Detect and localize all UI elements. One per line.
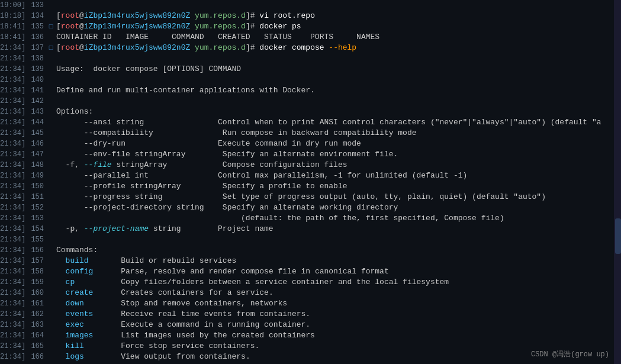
line-number: 139: [27, 64, 47, 75]
line-timestamp: 21:34]: [0, 75, 27, 85]
terminal-line: 21:34]160 create Creates containers for …: [0, 288, 621, 298]
terminal-line: 21:34]161 down Stop and remove container…: [0, 298, 621, 309]
line-timestamp: 21:34]: [0, 234, 27, 245]
line-text: --env-file stringArray Specify an altern…: [56, 149, 621, 160]
line-number: 134: [27, 11, 47, 21]
line-number: 140: [27, 75, 47, 85]
line-number: 136: [27, 32, 47, 43]
terminal-line: 21:34]147 --env-file stringArray Specify…: [0, 149, 621, 160]
line-number: 153: [27, 213, 47, 224]
line-num-container: 21:34]165: [0, 341, 56, 352]
line-number: 157: [27, 256, 47, 266]
line-timestamp: 19:00]: [0, 0, 27, 11]
line-text: [root@iZbp13m4rux5wjsww892n0Z yum.repos.…: [56, 11, 621, 21]
line-number: 156: [27, 245, 47, 256]
line-num-container: 21:34]140: [0, 75, 56, 85]
line-text: Options:: [56, 107, 621, 117]
terminal-line: 21:34]144 --ansi string Control when to …: [0, 117, 621, 128]
line-num-container: 21:34]153: [0, 213, 56, 224]
terminal-line: 18:41]136CONTAINER ID IMAGE COMMAND CREA…: [0, 32, 621, 43]
line-text: Usage: docker compose [OPTIONS] COMMAND: [56, 64, 621, 75]
line-timestamp: 21:34]: [0, 309, 27, 320]
line-number: 135: [27, 21, 47, 32]
line-text: config Parse, resolve and render compose…: [56, 266, 621, 277]
line-text: --parallel int Control max parallelism, …: [56, 170, 621, 181]
line-timestamp: 21:34]: [0, 149, 27, 160]
line-num-container: 21:34]158: [0, 266, 56, 277]
line-num-container: 21:34]147: [0, 149, 56, 160]
line-text: CONTAINER ID IMAGE COMMAND CREATED STATU…: [56, 32, 621, 43]
line-timestamp: 21:34]: [0, 245, 27, 256]
line-num-container: 21:34]150: [0, 181, 56, 192]
line-num-container: 18:41]136: [0, 32, 56, 43]
line-text: --ansi string Control when to print ANSI…: [56, 117, 621, 128]
line-text: --progress string Set type of progress o…: [56, 192, 621, 202]
terminal-line: 21:34]149 --parallel int Control max par…: [0, 170, 621, 181]
line-text: events Receive real time events from con…: [56, 309, 621, 320]
line-timestamp: 21:34]: [0, 256, 27, 266]
line-timestamp: 21:34]: [0, 330, 27, 341]
line-text: build Build or rebuild services: [56, 256, 621, 266]
line-num-container: 21:34]164: [0, 330, 56, 341]
line-num-container: 21:34]149: [0, 170, 56, 181]
line-text: --compatibility Run compose in backward …: [56, 128, 621, 138]
line-num-container: 18:18]134: [0, 11, 56, 21]
line-number: 159: [27, 277, 47, 288]
line-number: 138: [27, 53, 47, 64]
terminal-line: 21:34]148 -f, --file stringArray Compose…: [0, 160, 621, 170]
line-text: [root@iZbp13m4rux5wjsww892n0Z yum.repos.…: [56, 43, 621, 53]
line-number: 143: [27, 107, 47, 117]
line-num-container: 21:34]145: [0, 128, 56, 138]
line-text: -f, --file stringArray Compose configura…: [56, 160, 621, 170]
line-number: 165: [27, 341, 47, 352]
line-number: 144: [27, 117, 47, 128]
terminal-line: 19:00]133: [0, 0, 621, 11]
line-number: 155: [27, 234, 47, 245]
line-num-container: 21:34]138: [0, 53, 56, 64]
terminal-line: 21:34]137□[root@iZbp13m4rux5wjsww892n0Z …: [0, 43, 621, 53]
line-timestamp: 21:34]: [0, 202, 27, 213]
line-number: 161: [27, 298, 47, 309]
terminal-line: 21:34]146 --dry-run Execute command in d…: [0, 138, 621, 149]
terminal-line: 21:34]162 events Receive real time event…: [0, 309, 621, 320]
line-timestamp: 21:34]: [0, 43, 27, 53]
terminal: 19:00]13318:18]134[root@iZbp13m4rux5wjsw…: [0, 0, 621, 364]
line-timestamp: 21:34]: [0, 341, 27, 352]
terminal-line: 21:34]154 -p, --project-name string Proj…: [0, 224, 621, 234]
line-number: 152: [27, 202, 47, 213]
line-timestamp: 21:34]: [0, 352, 27, 362]
line-num-container: 21:34]155: [0, 234, 56, 245]
line-timestamp: 21:34]: [0, 85, 27, 96]
line-timestamp: 21:34]: [0, 160, 27, 170]
scrollbar-thumb[interactable]: [615, 218, 621, 254]
line-num-container: 21:34]146: [0, 138, 56, 149]
line-number: 133: [27, 0, 47, 11]
line-number: 137: [27, 43, 47, 53]
line-num-container: 21:34]166: [0, 352, 56, 362]
line-text: -p, --project-name string Project name: [56, 224, 621, 234]
line-timestamp: 21:34]: [0, 53, 27, 64]
scrollbar[interactable]: [614, 0, 621, 364]
line-number: 145: [27, 128, 47, 138]
line-num-container: 21:34]161: [0, 298, 56, 309]
lines-container: 19:00]13318:18]134[root@iZbp13m4rux5wjsw…: [0, 0, 621, 364]
line-number: 142: [27, 96, 47, 107]
line-timestamp: 21:34]: [0, 320, 27, 330]
terminal-line: 21:34]158 config Parse, resolve and rend…: [0, 266, 621, 277]
terminal-line: 21:34]164 images List images used by the…: [0, 330, 621, 341]
terminal-line: 21:34]156Commands:: [0, 245, 621, 256]
terminal-line: 21:34]166 logs View output from containe…: [0, 352, 621, 362]
line-text: images List images used by the created c…: [56, 330, 621, 341]
terminal-line: 21:34]155: [0, 234, 621, 245]
terminal-line: 21:34]163 exec Execute a command in a ru…: [0, 320, 621, 330]
line-timestamp: 21:34]: [0, 298, 27, 309]
line-text: Define and run multi-container applicati…: [56, 85, 621, 96]
line-num-container: 19:00]133: [0, 0, 56, 11]
line-num-container: 21:34]143: [0, 107, 56, 117]
line-num-container: 21:34]144: [0, 117, 56, 128]
line-num-container: 21:34]154: [0, 224, 56, 234]
line-number: 147: [27, 149, 47, 160]
line-number: 148: [27, 160, 47, 170]
terminal-line: 21:34]152 --project-directory string Spe…: [0, 202, 621, 213]
line-timestamp: 21:34]: [0, 288, 27, 298]
